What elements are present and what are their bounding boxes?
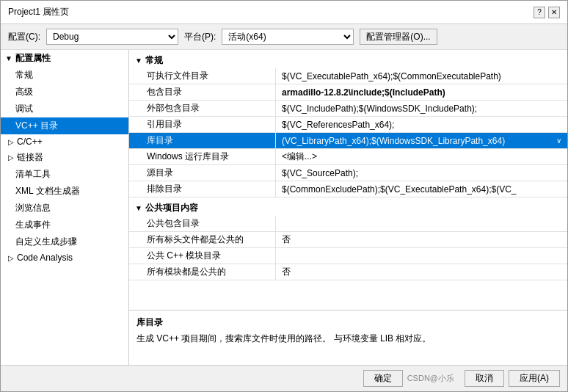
close-button[interactable]: ✕ [548, 7, 560, 18]
section-general-header[interactable]: ▼ 常规 [129, 53, 567, 68]
lib-dir-dropdown-icon[interactable]: ∨ [556, 137, 561, 145]
platform-label: 平台(P): [184, 31, 216, 43]
right-panel: ▼ 常规 可执行文件目录 $(VC_ExecutablePath_x64);$(… [129, 50, 567, 365]
section-public-label: 公共项目内容 [145, 202, 198, 214]
prop-name-source-dir: 源目录 [129, 165, 276, 181]
cpp-expand-arrow: ▷ [8, 138, 14, 146]
main-window: Project1 属性页 ? ✕ 配置(C): Debug 平台(P): 活动(… [0, 0, 568, 392]
description-text: 生成 VC++ 项目期间，搜索库文件时使用的路径。 与环境变量 LIB 相对应。 [136, 332, 560, 345]
description-area: 库目录 生成 VC++ 项目期间，搜索库文件时使用的路径。 与环境变量 LIB … [129, 310, 567, 365]
config-select[interactable]: Debug [46, 29, 178, 45]
section-general-arrow: ▼ [135, 57, 142, 65]
prop-row-win-lib-dir: Windows 运行库目录 <编辑...> [129, 149, 567, 165]
prop-value-public-cpp-modules[interactable] [276, 248, 567, 264]
prop-value-exclude-dir[interactable]: $(CommonExcludePath);$(VC_ExecutablePath… [276, 181, 567, 197]
sidebar-item-manifest[interactable]: 清单工具 [1, 166, 128, 183]
prop-value-source-dir[interactable]: $(VC_SourcePath); [276, 165, 567, 181]
sidebar-item-xml[interactable]: XML 文档生成器 [1, 183, 128, 200]
title-bar-controls: ? ✕ [534, 7, 560, 18]
ok-button[interactable]: 确定 [363, 370, 403, 387]
sidebar-item-vc-dirs[interactable]: VC++ 目录 [1, 117, 128, 134]
description-title: 库目录 [136, 316, 560, 329]
cancel-button[interactable]: 取消 [465, 370, 504, 387]
linker-label: 链接器 [17, 151, 43, 164]
sidebar-item-advanced[interactable]: 高级 [1, 84, 128, 101]
prop-value-lib-dir[interactable]: (VC_LibraryPath_x64);$(WindowsSDK_Librar… [276, 133, 567, 148]
config-label: 配置(C): [8, 31, 40, 43]
prop-row-external-include: 外部包含目录 $(VC_IncludePath);$(WindowsSDK_In… [129, 101, 567, 117]
lib-dir-value: (VC_LibraryPath_x64);$(WindowsSDK_Librar… [282, 136, 505, 146]
main-area: ▼ 配置属性 常规 高级 调试 VC++ 目录 ▷ C/C++ ▷ 链接器 清单… [1, 50, 567, 365]
sidebar-item-browse[interactable]: 浏览信息 [1, 200, 128, 217]
section-collapse-arrow: ▼ [5, 54, 12, 62]
manager-button[interactable]: 配置管理器(O)... [360, 29, 437, 45]
sidebar-section-header[interactable]: ▼ 配置属性 [1, 50, 128, 67]
prop-row-all-headers: 所有标头文件都是公共的 否 [129, 232, 567, 248]
prop-name-ref-dir: 引用目录 [129, 117, 276, 132]
prop-row-public-cpp-modules: 公共 C++ 模块目录 [129, 248, 567, 264]
sidebar-item-custom[interactable]: 自定义生成步骤 [1, 233, 128, 250]
linker-expand-arrow: ▷ [8, 153, 14, 161]
prop-row-public-include: 公共包含目录 [129, 216, 567, 232]
prop-name-external-include: 外部包含目录 [129, 101, 276, 116]
prop-name-all-modules: 所有模块都是公共的 [129, 264, 276, 280]
prop-value-external-include[interactable]: $(VC_IncludePath);$(WindowsSDK_IncludePa… [276, 101, 567, 116]
prop-row-all-modules: 所有模块都是公共的 否 [129, 264, 567, 280]
prop-value-win-lib-dir[interactable]: <编辑...> [276, 149, 567, 164]
prop-name-win-lib-dir: Windows 运行库目录 [129, 149, 276, 164]
prop-value-exec-dir[interactable]: $(VC_ExecutablePath_x64);$(CommonExecuta… [276, 68, 567, 84]
platform-select[interactable]: 活动(x64) [222, 29, 354, 45]
prop-value-include-dir[interactable]: armadillo-12.8.2\include;$(IncludePath) [276, 84, 567, 100]
sidebar-item-cpp[interactable]: ▷ C/C++ [1, 134, 128, 149]
help-button[interactable]: ? [534, 7, 545, 18]
properties-table: ▼ 常规 可执行文件目录 $(VC_ExecutablePath_x64);$(… [129, 50, 567, 310]
section-public-arrow: ▼ [135, 204, 142, 212]
prop-name-public-include: 公共包含目录 [129, 216, 276, 231]
prop-name-public-cpp-modules: 公共 C++ 模块目录 [129, 248, 276, 264]
sidebar-item-code-analysis[interactable]: ▷ Code Analysis [1, 250, 128, 265]
prop-name-lib-dir: 库目录 [129, 133, 276, 148]
sidebar-section-title: 配置属性 [15, 52, 51, 65]
title-bar: Project1 属性页 ? ✕ [1, 1, 567, 24]
window-title: Project1 属性页 [8, 6, 69, 18]
watermark: CSDN@小乐 [407, 373, 454, 384]
prop-row-exclude-dir: 排除目录 $(CommonExcludePath);$(VC_Executabl… [129, 181, 567, 197]
config-row: 配置(C): Debug 平台(P): 活动(x64) 配置管理器(O)... [1, 24, 567, 50]
section-public-header[interactable]: ▼ 公共项目内容 [129, 200, 567, 216]
prop-row-ref-dir: 引用目录 $(VC_ReferencesPath_x64); [129, 117, 567, 133]
cpp-label: C/C++ [17, 137, 43, 147]
bottom-bar: 确定 CSDN@小乐 取消 应用(A) [1, 365, 567, 391]
sidebar-item-events[interactable]: 生成事件 [1, 217, 128, 233]
sidebar-item-linker[interactable]: ▷ 链接器 [1, 149, 128, 166]
code-analysis-label: Code Analysis [17, 253, 73, 263]
prop-row-exec-dir: 可执行文件目录 $(VC_ExecutablePath_x64);$(Commo… [129, 68, 567, 84]
prop-value-all-headers[interactable]: 否 [276, 232, 567, 247]
prop-name-exclude-dir: 排除目录 [129, 181, 276, 197]
prop-name-all-headers: 所有标头文件都是公共的 [129, 232, 276, 247]
prop-row-source-dir: 源目录 $(VC_SourcePath); [129, 165, 567, 181]
prop-value-public-include[interactable] [276, 216, 567, 231]
sidebar: ▼ 配置属性 常规 高级 调试 VC++ 目录 ▷ C/C++ ▷ 链接器 清单… [1, 50, 129, 365]
code-analysis-expand-arrow: ▷ [8, 254, 14, 262]
apply-button[interactable]: 应用(A) [509, 370, 560, 387]
sidebar-item-normal[interactable]: 常规 [1, 67, 128, 84]
sidebar-item-debug[interactable]: 调试 [1, 101, 128, 117]
prop-row-include-dir: 包含目录 armadillo-12.8.2\include;$(IncludeP… [129, 84, 567, 101]
section-general-label: 常规 [145, 54, 163, 67]
prop-value-all-modules[interactable]: 否 [276, 264, 567, 280]
prop-value-ref-dir[interactable]: $(VC_ReferencesPath_x64); [276, 117, 567, 132]
prop-name-include-dir: 包含目录 [129, 84, 276, 100]
prop-name-exec-dir: 可执行文件目录 [129, 68, 276, 84]
prop-row-lib-dir[interactable]: 库目录 (VC_LibraryPath_x64);$(WindowsSDK_Li… [129, 133, 567, 149]
